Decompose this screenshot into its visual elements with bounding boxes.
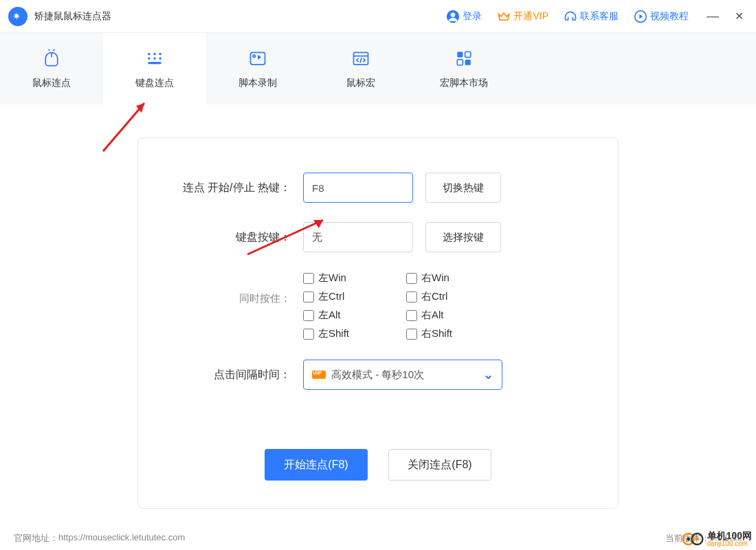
site-label: 官网地址：: [14, 532, 58, 544]
svg-point-25: [687, 538, 690, 541]
user-icon: [446, 10, 460, 23]
footer: 官网地址： https://mouseclick.letututec.com 当…: [14, 532, 742, 544]
headset-icon: [564, 10, 577, 23]
vip-link[interactable]: 开通VIP: [497, 10, 548, 23]
svg-rect-17: [465, 52, 471, 57]
interval-select[interactable]: 高效模式 - 每秒10次 ⌄: [303, 360, 502, 390]
interval-value: 高效模式 - 每秒10次: [331, 368, 483, 382]
tab-mouse-macro[interactable]: 鼠标宏: [309, 33, 412, 104]
start-button[interactable]: 开始连点(F8): [265, 449, 368, 481]
keyboard-dots-icon: [144, 48, 165, 69]
site-url[interactable]: https://mouseclick.letututec.com: [58, 532, 185, 544]
tab-bar: 鼠标连点 键盘连点 脚本录制 鼠标宏 宏脚本市场: [0, 33, 756, 104]
record-icon: [247, 48, 268, 69]
stop-button[interactable]: 关闭连点(F8): [388, 449, 491, 481]
key-input[interactable]: [303, 222, 413, 252]
checkbox-rwin[interactable]: 右Win: [406, 272, 509, 285]
checkbox-lshift[interactable]: 左Shift: [303, 327, 406, 340]
checkbox-ralt[interactable]: 右Alt: [406, 309, 509, 322]
titlebar: 矫捷鼠鼠标连点器 登录 开通VIP 联系客服 视频教程 — ✕: [0, 0, 756, 33]
svg-point-6: [159, 53, 162, 56]
play-icon: [634, 10, 647, 23]
login-link[interactable]: 登录: [446, 10, 482, 23]
chevron-down-icon: ⌄: [483, 367, 493, 382]
svg-rect-19: [465, 60, 471, 65]
close-button[interactable]: ✕: [730, 10, 748, 23]
app-logo-icon: [8, 7, 27, 26]
crown-icon: [497, 10, 511, 23]
tab-label: 脚本录制: [238, 77, 277, 89]
checkbox-rshift[interactable]: 右Shift: [406, 327, 509, 340]
hotkey-input[interactable]: [303, 173, 413, 203]
minimize-button[interactable]: —: [704, 9, 722, 23]
code-window-icon: [351, 48, 371, 69]
grid-icon: [454, 48, 474, 69]
modifiers-label: 同时按住：: [166, 272, 303, 305]
watermark-name: 单机100网: [707, 531, 752, 540]
change-hotkey-button[interactable]: 切换热键: [425, 173, 501, 203]
svg-point-7: [148, 57, 151, 60]
pointer-icon: [41, 48, 62, 69]
svg-point-4: [148, 53, 151, 56]
svg-point-1: [451, 12, 456, 17]
tab-script-record[interactable]: 脚本录制: [206, 33, 309, 104]
tab-label: 鼠标宏: [346, 77, 375, 89]
tab-label: 键盘连点: [135, 77, 174, 89]
watermark-url: danji100.com: [707, 540, 752, 547]
app-title: 矫捷鼠鼠标连点器: [34, 10, 111, 23]
svg-point-12: [253, 55, 256, 58]
key-label: 键盘按键：: [166, 230, 303, 245]
select-key-button[interactable]: 选择按键: [425, 222, 501, 252]
svg-marker-3: [639, 14, 643, 19]
interval-label: 点击间隔时间：: [166, 368, 303, 382]
tab-label: 鼠标连点: [32, 77, 71, 89]
checkbox-lctrl[interactable]: 左Ctrl: [303, 290, 406, 303]
svg-marker-21: [136, 103, 144, 113]
svg-rect-16: [457, 52, 463, 57]
svg-rect-10: [148, 62, 162, 64]
vip-badge-icon: [312, 371, 326, 379]
tab-mouse-click[interactable]: 鼠标连点: [0, 33, 103, 104]
watermark: 单机100网 danji100.com: [681, 531, 752, 547]
support-link[interactable]: 联系客服: [564, 10, 619, 23]
tab-macro-market[interactable]: 宏脚本市场: [412, 33, 515, 104]
svg-point-8: [153, 57, 156, 60]
svg-rect-18: [457, 60, 463, 65]
tutorial-link[interactable]: 视频教程: [634, 10, 689, 23]
tab-keyboard-click[interactable]: 键盘连点: [103, 33, 206, 104]
svg-point-5: [153, 53, 156, 56]
watermark-logo-icon: [681, 531, 704, 547]
checkbox-lalt[interactable]: 左Alt: [303, 309, 406, 322]
svg-point-9: [159, 57, 162, 60]
checkbox-lwin[interactable]: 左Win: [303, 272, 406, 285]
modifiers-grid: 左Win 右Win 左Ctrl 右Ctrl 左Alt 右Alt 左Shift 右…: [303, 272, 509, 340]
svg-point-27: [696, 538, 699, 541]
tab-label: 宏脚本市场: [440, 77, 488, 89]
settings-card: 连点 开始/停止 热键： 切换热键 键盘按键： 选择按键 同时按住： 左Win …: [137, 138, 619, 509]
hotkey-label: 连点 开始/停止 热键：: [166, 181, 303, 195]
checkbox-rctrl[interactable]: 右Ctrl: [406, 290, 509, 303]
svg-marker-13: [258, 55, 261, 60]
